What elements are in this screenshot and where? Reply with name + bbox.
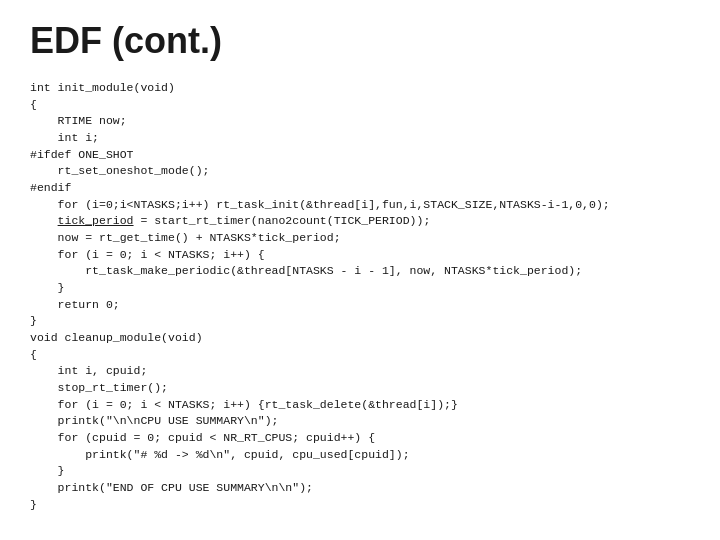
code-line: #endif — [30, 180, 690, 197]
code-line: stop_rt_timer(); — [30, 380, 690, 397]
code-line: } — [30, 497, 690, 514]
code-line: RTIME now; — [30, 113, 690, 130]
code-line: } — [30, 463, 690, 480]
code-line: for (cpuid = 0; cpuid < NR_RT_CPUS; cpui… — [30, 430, 690, 447]
code-block: int init_module(void){ RTIME now; int i;… — [30, 80, 690, 513]
code-line: printk("# %d -> %d\n", cpuid, cpu_used[c… — [30, 447, 690, 464]
slide-container: EDF (cont.) int init_module(void){ RTIME… — [0, 0, 720, 540]
code-line: printk("\n\nCPU USE SUMMARY\n"); — [30, 413, 690, 430]
code-line: rt_task_make_periodic(&thread[NTASKS - i… — [30, 263, 690, 280]
code-line: printk("END OF CPU USE SUMMARY\n\n"); — [30, 480, 690, 497]
code-line: return 0; — [30, 297, 690, 314]
slide-title: EDF (cont.) — [30, 20, 690, 62]
highlighted-text: tick_period — [58, 214, 134, 227]
code-line: } — [30, 280, 690, 297]
code-line: rt_set_oneshot_mode(); — [30, 163, 690, 180]
code-line: int i, cpuid; — [30, 363, 690, 380]
code-line: } — [30, 313, 690, 330]
code-line: for (i = 0; i < NTASKS; i++) {rt_task_de… — [30, 397, 690, 414]
code-line: int init_module(void) — [30, 80, 690, 97]
code-line: void cleanup_module(void) — [30, 330, 690, 347]
code-line: now = rt_get_time() + NTASKS*tick_period… — [30, 230, 690, 247]
code-line: #ifdef ONE_SHOT — [30, 147, 690, 164]
code-line: { — [30, 347, 690, 364]
code-line: int i; — [30, 130, 690, 147]
code-line: tick_period = start_rt_timer(nano2count(… — [30, 213, 690, 230]
code-line: for (i=0;i<NTASKS;i++) rt_task_init(&thr… — [30, 197, 690, 214]
code-line: { — [30, 97, 690, 114]
code-line: for (i = 0; i < NTASKS; i++) { — [30, 247, 690, 264]
